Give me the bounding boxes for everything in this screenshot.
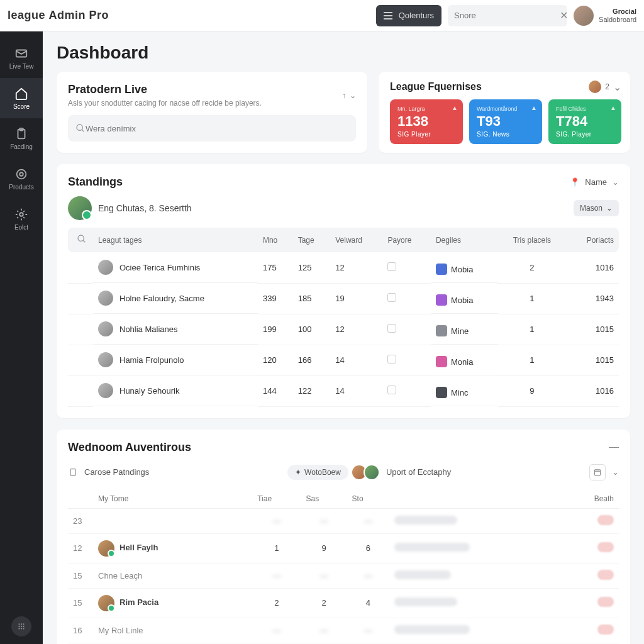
checkbox[interactable] (387, 386, 396, 394)
cell-tage: 166 (293, 345, 331, 375)
svg-point-17 (77, 125, 82, 130)
table-row[interactable]: Nohlia Malianes 199 100 12 Mine 1 1015 (68, 314, 619, 345)
avatar[interactable] (574, 6, 594, 26)
wed-chip[interactable]: ✦ WotoBoew (287, 465, 348, 480)
cell-tp: 1 (498, 314, 566, 345)
svg-point-5 (17, 169, 26, 179)
filter-label: Name (585, 177, 607, 187)
cell-por: 1015 (566, 314, 619, 345)
live-search-input[interactable] (86, 124, 348, 133)
sidenav-item-facding[interactable]: Facding (0, 118, 43, 158)
table-row[interactable]: 12 Hell Faylh 1 9 6 (68, 533, 619, 563)
col-beath: Beath (560, 489, 619, 509)
col-sas: Sas (301, 489, 347, 509)
live-subtitle: Asls your snodutter cacing for nacse off… (68, 99, 262, 108)
live-controls[interactable]: ↑ ⌄ (342, 91, 356, 100)
checkbox[interactable] (387, 262, 396, 271)
top-search[interactable]: ✕ (448, 5, 567, 26)
league-name: Eng Chutas, 8. Sesertth (98, 203, 192, 213)
checkbox[interactable] (387, 355, 396, 364)
col-sto: Sto (347, 489, 390, 509)
sidenav-item-eolct[interactable]: Eolct (0, 199, 43, 239)
col-tage: Tage (293, 228, 331, 252)
table-row[interactable]: 15 Chne Leaçh — — — (68, 563, 619, 588)
table-row[interactable]: Holne Faloudry, Sacme 339 185 19 Mobia 1… (68, 283, 619, 314)
stat-label: Mn. Largra (397, 106, 455, 112)
row-name: My Rol Linle (98, 626, 143, 635)
sidenav-item-products[interactable]: Products (0, 158, 43, 199)
wed-panel: Wednoom Auventirous — Carose Patndings ✦… (57, 430, 630, 645)
svg-line-18 (82, 130, 84, 131)
top-menu-chip[interactable]: Qolenturs (376, 5, 441, 26)
page-title: Dashboard (57, 43, 630, 63)
table-row[interactable]: 16 My Rol Linle — — — (68, 618, 619, 643)
cell-tag: Minc (451, 388, 468, 397)
col-por: Poriacts (566, 228, 619, 252)
table-row[interactable]: Hunaly Sehourik 144 122 14 Minc 9 1016 (68, 375, 619, 406)
sidenav-item-score[interactable]: Score (0, 78, 43, 118)
blurred-pill (394, 543, 470, 552)
table-row[interactable]: 15 Rim Pacia 2 2 4 (68, 588, 619, 618)
cell-num: 15 (68, 563, 93, 588)
user-name: Grocial (599, 8, 636, 15)
cell-vel: 14 (330, 345, 382, 375)
checkbox[interactable] (387, 324, 396, 333)
tag-icon (436, 264, 447, 275)
main-content: Dashboard Pratodern Live Asls your snodu… (43, 31, 644, 644)
blurred-pill (394, 570, 451, 579)
table-row[interactable]: 23 — — — (68, 508, 619, 533)
stats-badge: 2 (605, 82, 609, 91)
clear-search-icon[interactable]: ✕ (560, 9, 568, 21)
col-tp: Tris placels (498, 228, 566, 252)
wed-sub-left: Carose Patndings (84, 467, 149, 477)
status-pill (597, 597, 614, 607)
chevron-down-icon: ⌄ (612, 177, 619, 187)
table-row[interactable]: Hamia Frolpunolo 120 166 14 Monia 1 1015 (68, 345, 619, 375)
calendar-icon (593, 468, 602, 477)
live-search[interactable] (68, 115, 356, 142)
checkbox[interactable] (387, 293, 396, 302)
standings-table: Leagut tages Mno Tage Velward Payore Deg… (68, 228, 619, 407)
cell-por: 1016 (566, 375, 619, 406)
sort-icon: ↑ (342, 91, 346, 100)
stat-card[interactable]: ▲ Fefil Chides T784 SIG. Player (548, 99, 621, 144)
svg-point-11 (18, 626, 19, 627)
sidenav-apps-button[interactable] (11, 616, 31, 636)
svg-point-19 (78, 235, 84, 241)
topbar: league Admin Pro Qolenturs ✕ Grocial Sal… (0, 0, 644, 31)
collapse-icon[interactable]: — (609, 441, 619, 453)
cell-t: 2 (252, 588, 301, 618)
calendar-button[interactable] (589, 464, 606, 480)
cell-tage: 185 (293, 283, 331, 314)
season-pill[interactable]: Mason ⌄ (574, 200, 619, 216)
stat-label: Fefil Chides (556, 106, 614, 112)
sidenav: Live Tew Score Facding Products Eolct (0, 31, 43, 644)
table-row[interactable]: Ociee Terica Fumhinis 175 125 12 Mobia 2… (68, 252, 619, 283)
row-name: Chne Leaçh (98, 571, 142, 580)
sidenav-item-live[interactable]: Live Tew (0, 38, 43, 78)
stat-card[interactable]: ▲ Mn. Largra 1138 SIG Player (390, 99, 463, 144)
row-avatar (98, 321, 113, 336)
live-panel: Pratodern Live Asls your snodutter cacin… (57, 72, 367, 153)
stat-value: T784 (556, 113, 614, 130)
chevron-down-icon[interactable]: ⌄ (612, 467, 619, 477)
col-num (68, 489, 93, 509)
sidenav-label: Eolct (14, 224, 28, 231)
col-search[interactable] (68, 228, 93, 252)
stats-title: League Fquernises (390, 81, 482, 92)
stat-card[interactable]: ▲ Wardmontårond T93 SIG. News (469, 99, 542, 144)
stat-label: Wardmontårond (477, 106, 535, 112)
row-avatar (98, 291, 113, 306)
tag-icon (436, 325, 447, 336)
cell-vel: 14 (330, 375, 382, 406)
row-name: Hamia Frolpunolo (119, 355, 184, 365)
cell-num: 12 (68, 533, 93, 563)
svg-point-10 (23, 623, 24, 625)
standings-filter[interactable]: 📍 Name ⌄ (570, 177, 619, 187)
top-search-input[interactable] (454, 11, 560, 20)
cell-tp: 9 (498, 375, 566, 406)
mini-avatar (589, 80, 601, 93)
sidenav-label: Live Tew (9, 63, 34, 70)
row-avatar (98, 260, 113, 275)
chevron-down-icon[interactable]: ⌄ (613, 81, 621, 93)
